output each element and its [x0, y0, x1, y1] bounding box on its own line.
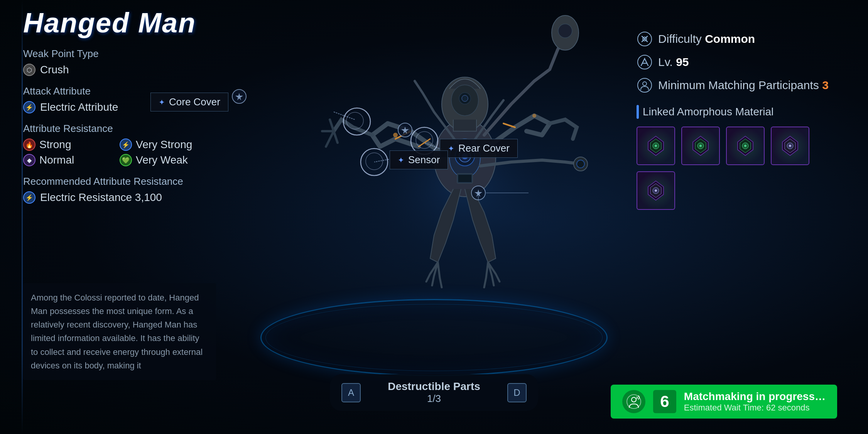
description-text: Among the Colossi reported to date, Hang… — [31, 291, 208, 372]
svg-point-40 — [532, 114, 536, 118]
platform-circle — [260, 299, 608, 376]
matchmaking-icon — [622, 390, 645, 413]
destructible-parts-label: Destructible Parts — [361, 380, 507, 393]
matchmaking-text: Matchmaking in progress… Estimated Wait … — [684, 390, 826, 413]
matchmaking-title: Matchmaking in progress… — [684, 390, 826, 403]
core-cover-label: Core Cover — [150, 93, 228, 111]
destructible-parts-bar: A Destructible Parts 1/3 D — [330, 374, 538, 411]
page-container: Hanged Man Weak Point Type ⬡ Crush Attac… — [0, 0, 868, 434]
sensor-label: Sensor — [390, 150, 448, 169]
svg-point-34 — [462, 95, 468, 101]
svg-point-39 — [393, 133, 398, 137]
matchmaking-bar: 6 Matchmaking in progress… Estimated Wai… — [611, 385, 837, 419]
rear-cover-label: Rear Cover — [440, 139, 518, 158]
svg-point-58 — [632, 397, 636, 402]
svg-point-36 — [558, 24, 572, 38]
svg-point-42 — [577, 160, 584, 168]
page-indicator: 1/3 — [361, 393, 507, 405]
svg-rect-38 — [458, 174, 472, 182]
matchmaking-number: 6 — [653, 390, 676, 413]
prev-nav-btn[interactable]: A — [341, 383, 361, 402]
next-nav-btn[interactable]: D — [507, 383, 527, 402]
svg-point-52 — [232, 90, 246, 103]
description-box: Among the Colossi reported to date, Hang… — [23, 283, 216, 380]
matchmaking-subtitle: Estimated Wait Time: 62 seconds — [684, 403, 826, 413]
